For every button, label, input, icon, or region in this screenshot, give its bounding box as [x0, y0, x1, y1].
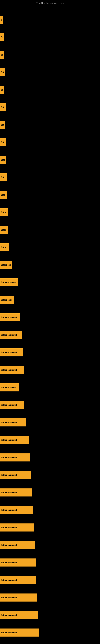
bar-label: Bottleneck result	[0, 614, 17, 616]
result-bar: Bottleneck	[0, 261, 12, 269]
bar-container: Bottleneck r	[0, 292, 100, 308]
bar-container: Bottleneck result	[0, 450, 100, 466]
result-bar: Bottleneck result	[0, 471, 31, 479]
bar-label: Bottleneck result	[0, 352, 17, 354]
result-bar: Bottle	[0, 226, 8, 234]
bar-container: Bottleneck result	[0, 520, 100, 536]
bar-label: Bott	[0, 141, 4, 144]
result-bar: Bottle	[0, 243, 9, 251]
result-bar: Bottleneck result	[0, 488, 32, 496]
result-bar: Bo	[0, 51, 4, 59]
bar-label: Bottleneck result	[0, 632, 17, 634]
bar-container: Bot	[0, 64, 100, 80]
bar-label: Bottleneck result	[0, 439, 17, 441]
result-bar: Bottleneck result	[0, 348, 23, 356]
result-bar: Bottleneck result	[0, 313, 20, 322]
bar-label: Bottleneck result	[0, 404, 17, 406]
bar-label: Bo	[0, 36, 3, 38]
bar-container: Bott	[0, 134, 100, 150]
bar-container: Bottleneck result	[0, 484, 100, 500]
bar-container: Bottleneck result	[0, 432, 100, 448]
bar-label: Bottle	[0, 211, 6, 214]
bar-label: Bottleneck result	[0, 544, 17, 546]
result-bar: Bottleneck result	[0, 454, 30, 462]
bar-container: Bottleneck result	[0, 572, 100, 588]
bar-container: Bo	[0, 29, 100, 45]
result-bar: Bottleneck result	[0, 576, 36, 584]
result-bar: Bottleneck result	[0, 628, 39, 636]
bar-container: Bottleneck result	[0, 607, 100, 623]
bar-label: Bottleneck result	[0, 526, 17, 529]
result-bar: B	[0, 16, 3, 24]
bar-container: Bottleneck result	[0, 502, 100, 518]
result-bar: Bottleneck result	[0, 418, 26, 426]
result-bar: Bot	[0, 68, 5, 76]
bar-container: Bott	[0, 169, 100, 185]
result-bar: Bott	[0, 173, 7, 181]
bar-label: Bottleneck r	[0, 299, 12, 301]
result-bar: Bottl	[0, 191, 7, 199]
bar-container: Bottl	[0, 187, 100, 203]
bar-container: Bottleneck result	[0, 590, 100, 606]
bar-label: Bottleneck result	[0, 422, 17, 424]
bar-label: Bottleneck result	[0, 456, 17, 459]
result-bar: Bottleneck resu	[0, 384, 19, 392]
bar-label: Bo	[0, 54, 3, 56]
bar-label: Bottle	[0, 229, 6, 231]
bar-label: Bottleneck resu	[0, 281, 16, 284]
result-bar: Bottleneck result	[0, 594, 37, 602]
bar-container: Bottleneck result	[0, 309, 100, 326]
bar-label: Bottleneck result	[0, 596, 17, 599]
bar-label: Bottleneck result	[0, 562, 17, 564]
bar-label: Bottleneck resu	[0, 386, 16, 388]
result-bar: Bottleneck result	[0, 524, 34, 532]
bar-container: Bottleneck result	[0, 397, 100, 413]
result-bar: Bottleneck result	[0, 401, 24, 409]
bar-label: Bo	[0, 89, 3, 91]
result-bar: Bottleneck result	[0, 558, 36, 566]
result-bar: Bottleneck result	[0, 436, 29, 444]
result-bar: Bot	[0, 121, 5, 129]
bar-container: Bottle	[0, 204, 100, 220]
result-bar: Bott	[0, 138, 6, 146]
bar-label: Bottleneck result	[0, 334, 17, 336]
bar-label: Bottleneck result	[0, 316, 17, 318]
bar-container: Bottle	[0, 239, 100, 256]
bar-label: Bottl	[0, 194, 5, 196]
bar-label: Bottleneck result	[0, 492, 17, 494]
bar-container: Bott	[0, 152, 100, 168]
result-bar: Bottleneck result	[0, 506, 33, 514]
bar-container: Bottleneck result	[0, 467, 100, 483]
bar-label: Bot	[0, 124, 4, 126]
bar-label: B	[0, 19, 2, 21]
bar-label: Bottleneck result	[0, 509, 17, 511]
result-bar: Bottleneck result	[0, 331, 22, 339]
bar-container: Bot	[0, 117, 100, 133]
bar-label: Bottleneck result	[0, 369, 17, 371]
result-bar: Bottleneck resu	[0, 278, 18, 286]
bar-container: Bottleneck result	[0, 554, 100, 570]
bar-container: Bottleneck result	[0, 362, 100, 378]
bar-container: Bottle	[0, 222, 100, 238]
result-bar: Bo	[0, 33, 3, 41]
bar-label: Bottle	[0, 246, 6, 248]
bar-label: Bottleneck result	[0, 474, 17, 476]
bar-container: Bottleneck result	[0, 624, 100, 640]
bar-label: Bottleneck result	[0, 579, 17, 581]
bar-container: B	[0, 12, 100, 28]
bar-label: Bott	[0, 159, 4, 161]
result-bar: Bottleneck r	[0, 296, 14, 304]
bar-label: Bott	[0, 176, 4, 178]
bar-container: Bottleneck result	[0, 327, 100, 343]
bar-container: Bottleneck resu	[0, 379, 100, 396]
result-bar: Bottle	[0, 208, 8, 216]
bar-container: Bottleneck result	[0, 414, 100, 430]
result-bar: Bottleneck result	[0, 611, 38, 619]
result-bar: Bott	[0, 156, 6, 164]
bar-container: Bott	[0, 99, 100, 115]
bar-container: Bottleneck resu	[0, 274, 100, 290]
result-bar: Bott	[0, 103, 6, 111]
bar-container: Bottleneck result	[0, 344, 100, 360]
result-bar: Bottleneck result	[0, 541, 35, 549]
bar-label: Bottleneck	[0, 264, 11, 266]
